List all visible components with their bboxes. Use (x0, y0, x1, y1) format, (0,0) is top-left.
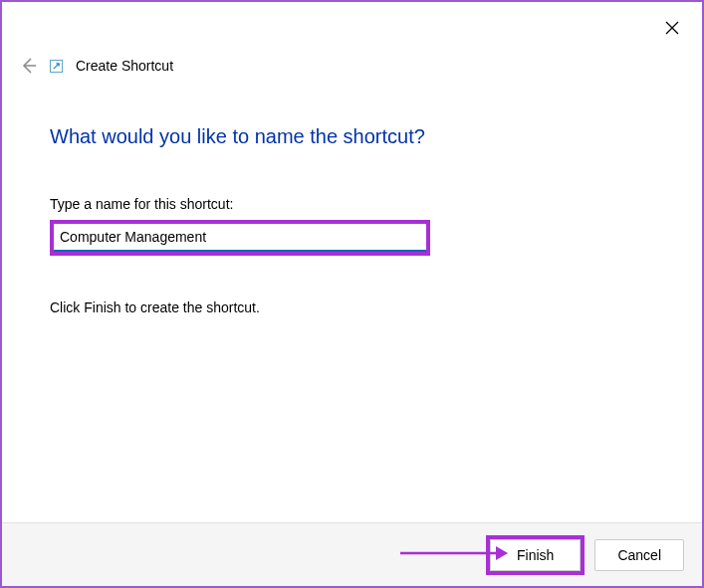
page-heading: What would you like to name the shortcut… (50, 125, 654, 148)
back-button[interactable] (16, 54, 40, 78)
header: Create Shortcut (2, 2, 702, 78)
help-text: Click Finish to create the shortcut. (50, 299, 654, 315)
annotation-arrow (400, 543, 510, 567)
close-icon (665, 21, 679, 35)
window-title: Create Shortcut (76, 58, 173, 74)
shortcut-name-input[interactable] (54, 224, 426, 252)
cancel-button[interactable]: Cancel (594, 539, 684, 571)
input-highlight-wrapper (50, 220, 430, 256)
footer: Finish Cancel (2, 522, 702, 586)
content-area: What would you like to name the shortcut… (2, 78, 702, 315)
shortcut-icon (48, 58, 64, 74)
close-button[interactable] (662, 18, 682, 38)
back-arrow-icon (19, 57, 37, 75)
input-label: Type a name for this shortcut: (50, 196, 654, 212)
